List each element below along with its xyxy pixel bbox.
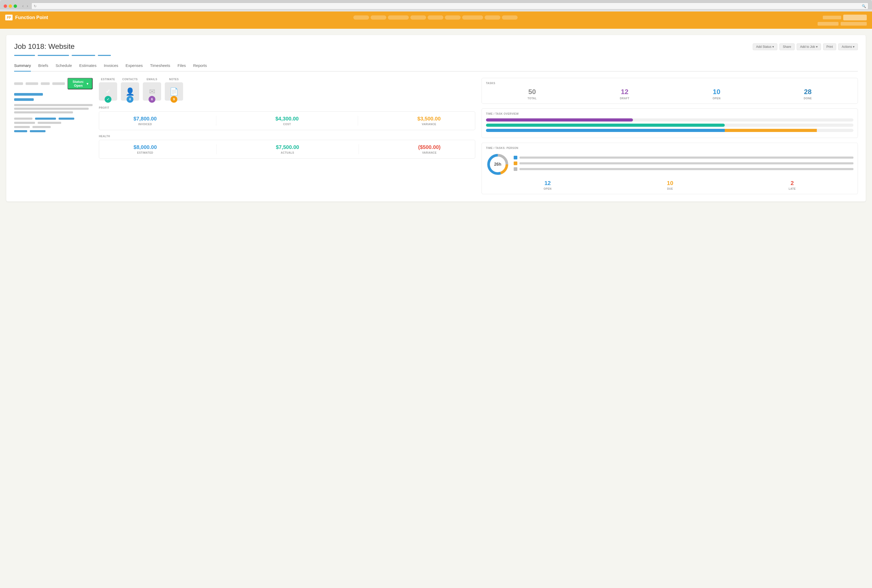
nav-pill-8[interactable] (485, 15, 500, 20)
profit-card: $7,800.00 INVOICED $4,300.00 COST $3,500… (99, 111, 475, 130)
middle-column: ESTIMATE ✓ ✓ CONTACTS 👤 8 (99, 78, 475, 194)
subnav-1[interactable] (818, 22, 839, 26)
tasks-open: 10 OPEN (713, 88, 720, 100)
nav-pill-1[interactable] (353, 15, 369, 20)
tab-invoices[interactable]: Invoices (104, 61, 118, 72)
cost-label: COST (275, 123, 299, 126)
page-header: Job 1018: Website Add Status ▾ Share Add… (14, 42, 858, 51)
estimated-value: $8,000.00 (134, 144, 157, 150)
status-badge[interactable]: Status: Open ▾ (68, 78, 93, 89)
tab-briefs[interactable]: Briefs (38, 61, 48, 72)
nav-pill-5[interactable] (428, 15, 444, 20)
estimate-tile[interactable]: ESTIMATE ✓ ✓ (99, 78, 117, 100)
tasks-done-label: DONE (804, 97, 812, 100)
close-button[interactable] (4, 4, 7, 8)
person-content: 26h (486, 153, 854, 176)
header-actions: Add Status ▾ Share Add to Job ▾ Print Ac… (753, 44, 858, 50)
nav-pill-3[interactable] (388, 15, 409, 20)
content-card: Job 1018: Website Add Status ▾ Share Add… (6, 35, 866, 201)
blue-bar-2 (14, 98, 34, 101)
legend-bar-gray (519, 168, 854, 170)
left-column: Status: Open ▾ (14, 78, 93, 194)
emails-box[interactable]: ✉ 6 (143, 82, 161, 100)
minimize-button[interactable] (9, 4, 12, 8)
bar-fill-teal (486, 124, 725, 127)
tasks-total-label: TOTAL (528, 97, 537, 100)
tasks-header: TASKS (486, 82, 854, 85)
main-nav-pills (353, 15, 517, 20)
text-line-3 (14, 111, 73, 113)
actions-button[interactable]: Actions ▾ (838, 44, 858, 50)
nav-pill-7[interactable] (462, 15, 483, 20)
tab-summary[interactable]: Summary (14, 61, 31, 72)
nav-pill-2[interactable] (371, 15, 386, 20)
info-row-1 (14, 118, 93, 120)
health-estimated: $8,000.00 ESTIMATED (134, 144, 157, 154)
overview-header: TIME / TASK OVERVIEW (486, 112, 854, 115)
title-pill-3 (72, 55, 95, 56)
notes-tile[interactable]: NOTES 📄 9 (165, 78, 183, 100)
add-status-button[interactable]: Add Status ▾ (753, 44, 777, 50)
person-due: 10 DUE (667, 180, 673, 190)
contacts-icon: 👤 (126, 87, 135, 96)
traffic-lights (4, 4, 17, 8)
donut-label: 26h (494, 162, 501, 167)
maximize-button[interactable] (14, 4, 17, 8)
legend-dot-blue (514, 156, 517, 159)
forward-button[interactable]: › (26, 4, 29, 8)
nav-right-1[interactable] (823, 16, 841, 20)
nav-pill-4[interactable] (410, 15, 426, 20)
legend-item-gray (514, 167, 854, 171)
nav-pill-9[interactable] (502, 15, 517, 20)
profit-cost: $4,300.00 COST (275, 116, 299, 126)
health-section-label: HEALTH (99, 135, 475, 138)
content-grid: Status: Open ▾ (14, 78, 858, 194)
legend-dot-orange (514, 162, 517, 165)
person-due-label: DUE (667, 188, 673, 190)
tab-estimates[interactable]: Estimates (79, 61, 96, 72)
tab-timesheets[interactable]: Timesheets (150, 61, 170, 72)
health-card: $8,000.00 ESTIMATED $7,500.00 ACTUALS ($… (99, 140, 475, 159)
share-button[interactable]: Share (779, 44, 795, 50)
health-variance-value: ($500.00) (418, 144, 441, 150)
add-to-job-button[interactable]: Add to Job ▾ (797, 44, 821, 50)
person-legend (514, 156, 854, 173)
contacts-tile[interactable]: CONTACTS 👤 8 (121, 78, 139, 100)
emails-badge: 6 (149, 96, 155, 103)
dropdown-arrow-icon: ▾ (87, 82, 89, 86)
tab-files[interactable]: Files (177, 61, 186, 72)
tab-reports[interactable]: Reports (193, 61, 207, 72)
notes-icon: 📄 (170, 87, 179, 96)
tab-bar: Summary Briefs Schedule Estimates Invoic… (14, 61, 858, 72)
estimate-box[interactable]: ✓ ✓ (99, 82, 117, 100)
cost-value: $4,300.00 (275, 116, 299, 122)
tab-schedule[interactable]: Schedule (56, 61, 72, 72)
logo-area: FP Function Point (5, 15, 48, 20)
tasks-draft-num: 12 (620, 88, 629, 96)
refresh-icon: ↻ (34, 4, 37, 8)
nav-right-btn[interactable] (843, 15, 867, 20)
bar-fill-purple (486, 118, 633, 122)
emails-tile[interactable]: EMAILS ✉ 6 (143, 78, 161, 100)
address-bar[interactable]: ↻ 🔍 (32, 3, 868, 9)
person-open-num: 12 (543, 180, 551, 187)
person-stats: 12 OPEN 10 DUE 2 LATE (486, 180, 854, 190)
tab-expenses[interactable]: Expenses (126, 61, 143, 72)
back-button[interactable]: ‹ (21, 4, 25, 8)
blue-bar-1 (14, 93, 43, 96)
placeholder-text-1 (14, 82, 23, 85)
notes-box[interactable]: 📄 9 (165, 82, 183, 100)
person-late-label: LATE (789, 188, 795, 190)
check-icon: ✓ (106, 88, 110, 95)
profit-invoiced: $7,800.00 INVOICED (134, 116, 157, 126)
nav-pill-6[interactable] (445, 15, 461, 20)
overview-bar-1 (486, 118, 854, 122)
subnav-2[interactable] (840, 22, 867, 26)
left-text-lines (14, 104, 93, 113)
health-variance-label: VARIANCE (418, 151, 441, 154)
print-button[interactable]: Print (823, 44, 836, 50)
tasks-done-num: 28 (804, 88, 812, 96)
profit-variance: $3,500.00 VARIANCE (418, 116, 441, 126)
contacts-box[interactable]: 👤 8 (121, 82, 139, 100)
status-row: Status: Open ▾ (14, 78, 93, 89)
